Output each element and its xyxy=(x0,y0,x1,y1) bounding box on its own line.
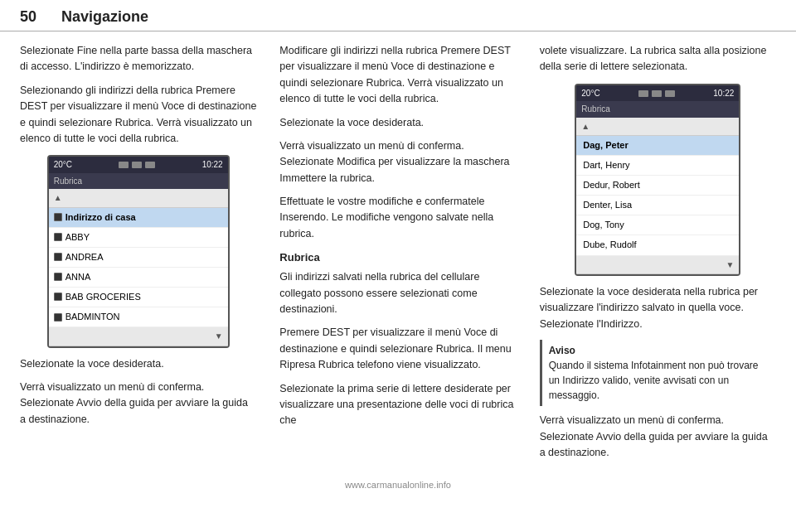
footer-url: www.carmanualonline.info xyxy=(345,480,451,490)
rlist-item-5[interactable]: Dube, Rudolf xyxy=(576,235,739,255)
checkbox-icon-4 xyxy=(54,293,62,301)
rlist-item-1[interactable]: Dart, Henry xyxy=(576,156,739,176)
screen-time-right: 10:22 xyxy=(713,87,734,100)
footer: www.carmanualonline.info xyxy=(0,480,796,495)
rlist-item-label-0: Dag, Peter xyxy=(583,138,628,152)
screen-icon-r2 xyxy=(652,90,662,97)
screen-temp-left: 20°C xyxy=(54,158,72,172)
car-screen-right: 20°C 10:22 Rubrica ▲ Dag, xyxy=(575,84,740,276)
list-item-4[interactable]: BAB GROCERIES xyxy=(49,288,228,307)
column-1: Selezionate Fine nella parte bassa della… xyxy=(20,43,268,468)
list-footer-right: ▼ xyxy=(576,256,739,275)
arrow-up-icon: ▲ xyxy=(54,191,62,205)
arrow-down-icon-right: ▼ xyxy=(726,259,734,272)
screen-time-left: 10:22 xyxy=(202,158,223,172)
checkbox-icon-5 xyxy=(54,313,62,322)
list-header-right: ▲ xyxy=(576,118,739,137)
screen-icon-1 xyxy=(119,162,129,168)
list-item-1[interactable]: ABBY xyxy=(49,228,228,248)
screen-temp-right: 20°C xyxy=(581,87,599,100)
screen-title-left: Rubrica xyxy=(54,175,82,188)
list-item-0[interactable]: Indirizzo di casa xyxy=(49,208,228,228)
note-title: Aviso xyxy=(549,345,575,356)
screen-container-left: 20°C 10:22 Rubrica ▲ xyxy=(20,155,256,347)
rlist-item-label-4: Dog, Tony xyxy=(583,218,624,232)
note-box: Aviso Quando il sistema Infotainment non… xyxy=(540,340,776,406)
col2-para5: Gli indirizzi salvati nella rubrica del … xyxy=(279,269,516,317)
checkbox-icon-0 xyxy=(54,213,62,221)
list-item-label-4: BAB GROCERIES xyxy=(66,290,141,304)
col2-section-title: Rubrica xyxy=(279,249,516,266)
list-item-label-1: ABBY xyxy=(66,230,90,244)
col3-para1: volete visualizzare. La rubrica salta al… xyxy=(540,43,776,75)
column-3: volete visualizzare. La rubrica salta al… xyxy=(528,43,776,468)
list-item-label-2: ANDREA xyxy=(66,250,104,264)
checkbox-icon-2 xyxy=(54,253,62,261)
arrow-down-icon: ▼ xyxy=(215,330,223,343)
rlist-item-label-2: Dedur, Robert xyxy=(583,178,639,192)
list-item-label-3: ANNA xyxy=(66,270,91,284)
list-item-5[interactable]: BADMINTON xyxy=(49,307,228,327)
col2-para7: Selezionate la prima serie di lettere de… xyxy=(279,381,516,429)
col1-para4: Verrà visualizzato un menù di conferma. … xyxy=(20,380,256,428)
rlist-item-label-1: Dart, Henry xyxy=(583,158,629,172)
checkbox-icon-3 xyxy=(54,273,62,281)
screen-title-bar-left: Rubrica xyxy=(49,173,228,190)
screen-icon-2 xyxy=(132,162,142,168)
col3-para3: Verrà visualizzato un menù di conferma. … xyxy=(540,413,776,461)
screen-header-right: 20°C 10:22 xyxy=(576,85,739,102)
rlist-item-3[interactable]: Denter, Lisa xyxy=(576,196,739,215)
page-title: Navigazione xyxy=(61,8,148,26)
note-text: Quando il sistema Infotainment non può t… xyxy=(549,360,759,401)
rlist-item-label-3: Denter, Lisa xyxy=(583,198,632,212)
arrow-up-icon-right: ▲ xyxy=(581,120,590,133)
screen-title-right: Rubrica xyxy=(581,103,609,116)
page-header: 50 Navigazione xyxy=(0,0,796,31)
col2-para1: Modificare gli indirizzi nella rubrica P… xyxy=(279,43,516,108)
col3-para2: Selezionate la voce desiderata nella rub… xyxy=(540,284,776,332)
screen-body-left: ▲ Indirizzo di casa ABBY ANDREA xyxy=(49,189,228,346)
screen-header-left: 20°C 10:22 xyxy=(49,157,228,173)
car-screen-left: 20°C 10:22 Rubrica ▲ xyxy=(47,155,230,347)
list-footer-left: ▼ xyxy=(49,327,228,346)
col1-para3: Selezionate la voce desiderata. xyxy=(20,356,256,372)
col1-para1: Selezionate Fine nella parte bassa della… xyxy=(20,43,256,75)
page-number: 50 xyxy=(20,8,36,26)
col2-para4: Effettuate le vostre modifiche e conferm… xyxy=(279,194,516,242)
rlist-item-2[interactable]: Dedur, Robert xyxy=(576,176,739,196)
list-header-left: ▲ xyxy=(49,189,228,208)
col2-para3: Verrà visualizzato un menù di conferma. … xyxy=(279,138,516,186)
screen-icons-right xyxy=(638,90,675,97)
screen-body-right: ▲ Dag, Peter Dart, Henry Dedur, Robert D… xyxy=(576,118,739,274)
screen-icon-r3 xyxy=(665,90,675,97)
list-item-label-5: BADMINTON xyxy=(66,310,120,324)
list-item-label-0: Indirizzo di casa xyxy=(66,210,136,225)
list-item-2[interactable]: ANDREA xyxy=(49,248,228,268)
screen-icons-left xyxy=(119,162,155,168)
screen-icon-r1 xyxy=(638,90,648,97)
col1-para2: Selezionando gli indirizzi della rubrica… xyxy=(20,83,256,148)
col2-para6: Premere DEST per visualizzare il menù Vo… xyxy=(279,325,516,373)
rlist-item-4[interactable]: Dog, Tony xyxy=(576,215,739,235)
rlist-item-0[interactable]: Dag, Peter xyxy=(576,136,739,156)
rlist-item-label-5: Dube, Rudolf xyxy=(583,238,636,252)
checkbox-icon-1 xyxy=(54,233,62,241)
screen-title-bar-right: Rubrica xyxy=(576,101,739,118)
list-item-3[interactable]: ANNA xyxy=(49,268,228,288)
screen-icon-3 xyxy=(145,162,155,168)
column-2: Modificare gli indirizzi nella rubrica P… xyxy=(268,43,527,468)
col2-para2: Selezionate la voce desiderata. xyxy=(279,115,516,131)
screen-container-right: 20°C 10:22 Rubrica ▲ Dag, xyxy=(540,84,776,276)
